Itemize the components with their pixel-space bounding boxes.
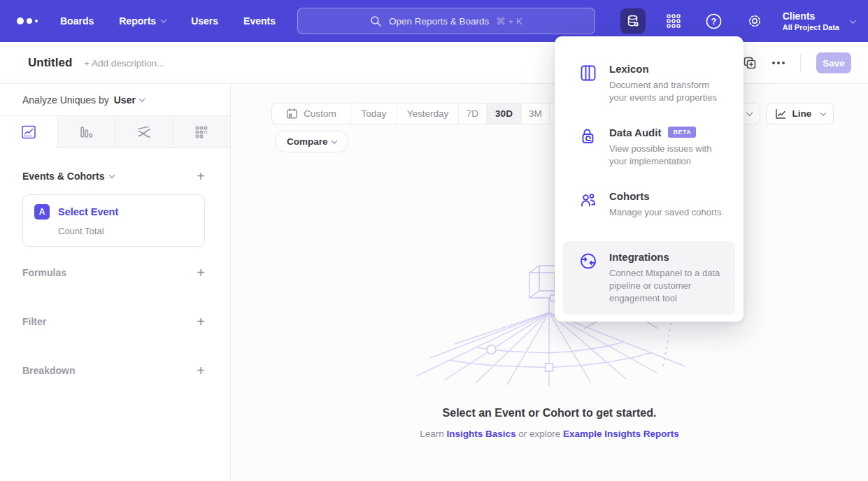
menu-item-title: Integrations [609, 251, 669, 263]
line-chart-icon [21, 124, 36, 140]
menu-item-integrations[interactable]: Integrations Connect Mixpanel to a data … [563, 241, 735, 315]
dots-grid-icon [194, 124, 209, 140]
query-builder-sidebar: Analyze Uniques by User [0, 84, 231, 481]
project-selector-label: Clients [783, 10, 839, 22]
date-range-30d[interactable]: 30D [486, 103, 521, 124]
analyze-uniques-label: Analyze Uniques by [22, 94, 109, 106]
report-title[interactable]: Untitled [28, 56, 72, 70]
report-canvas: Custom Today Yesterday 7D 30D 3M 6M Comp… [231, 84, 868, 481]
menu-item-lexicon[interactable]: Lexicon Document and transform your even… [563, 63, 735, 104]
menu-item-description: Connect Mixpanel to a data pipeline or c… [609, 267, 728, 305]
line-chart-icon [774, 108, 787, 120]
event-card[interactable]: A Select Event Count Total [22, 194, 205, 247]
search-input[interactable]: Open Reports & Boards ⌘ + K [297, 8, 595, 34]
compare-button[interactable]: Compare [275, 131, 348, 152]
calendar-icon [286, 108, 298, 120]
help-button[interactable]: ? [702, 8, 727, 34]
breakdown-section-label: Breakdown [22, 365, 75, 376]
analyze-by-dropdown[interactable]: User [114, 94, 144, 106]
learn-prefix: Learn [420, 429, 444, 439]
date-range-custom[interactable]: Custom [272, 103, 350, 124]
menu-item-title: Lexicon [609, 63, 649, 75]
gear-icon [746, 13, 763, 29]
integrations-icon [578, 252, 598, 271]
add-event-button[interactable]: + [197, 169, 205, 183]
lexicon-icon [578, 64, 598, 82]
chevron-down-icon [331, 138, 336, 143]
top-navigation-bar: Boards Reports Users Events Open Reports… [0, 0, 868, 42]
event-series-badge: A [34, 204, 50, 220]
nav-users[interactable]: Users [191, 15, 218, 27]
count-total-dropdown[interactable]: Count Total [58, 226, 193, 236]
menu-item-description: Document and transform your events and p… [609, 79, 728, 104]
nav-boards[interactable]: Boards [60, 15, 94, 27]
empty-state-subtitle: Learn Insights Basics or explore Example… [231, 429, 868, 439]
nav-events[interactable]: Events [243, 15, 276, 27]
date-range-yesterday[interactable]: Yesterday [397, 103, 458, 124]
duplicate-icon [743, 56, 757, 70]
flow-icon [136, 124, 152, 141]
header-divider [800, 54, 801, 72]
svg-text:?: ? [711, 16, 717, 27]
empty-state-title: Select an Event or Cohort to get started… [231, 407, 868, 419]
menu-item-title: Cohorts [609, 190, 650, 202]
settings-button[interactable] [742, 8, 767, 34]
cohorts-icon [578, 191, 598, 210]
help-icon: ? [705, 13, 723, 30]
add-breakdown-button[interactable]: + [197, 364, 205, 378]
bar-chart-icon [78, 124, 94, 140]
data-audit-icon [578, 127, 598, 146]
chevron-down-icon [820, 110, 826, 115]
grid-icon [664, 12, 683, 30]
save-button[interactable]: Save [816, 52, 851, 73]
tab-line-chart[interactable] [0, 116, 58, 148]
chevron-down-icon [109, 172, 115, 178]
project-selector[interactable]: Clients All Project Data [783, 10, 855, 31]
nav-reports[interactable]: Reports [119, 15, 166, 27]
mixpanel-logo[interactable] [17, 17, 49, 24]
search-placeholder: Open Reports & Boards [389, 16, 489, 27]
data-management-button[interactable] [620, 8, 646, 34]
tab-bar-chart[interactable] [58, 116, 116, 148]
example-reports-link[interactable]: Example Insights Reports [563, 429, 679, 439]
date-range-7d[interactable]: 7D [458, 103, 486, 124]
chevron-down-icon [850, 17, 857, 24]
date-range-today[interactable]: Today [350, 103, 397, 124]
search-shortcut: ⌘ + K [496, 15, 522, 27]
data-management-menu: Lexicon Document and transform your even… [555, 36, 744, 322]
menu-item-title: Data Audit [609, 127, 661, 138]
tab-grid-metrics[interactable] [173, 116, 231, 148]
chevron-down-icon [161, 17, 166, 22]
menu-item-description: Manage your saved cohorts [609, 206, 721, 219]
chevron-down-icon [139, 96, 145, 101]
chevron-down-icon [746, 109, 753, 116]
project-selector-sublabel: All Project Data [783, 23, 839, 31]
menu-item-data-audit[interactable]: Data Audit BETA View possible issues wit… [563, 127, 735, 168]
select-event-label[interactable]: Select Event [58, 206, 118, 217]
filter-section-label: Filter [22, 316, 46, 327]
insights-basics-link[interactable]: Insights Basics [446, 429, 515, 439]
chart-type-dropdown[interactable]: Line [766, 103, 834, 124]
date-range-3m[interactable]: 3M [521, 103, 549, 124]
database-gear-icon [625, 13, 641, 29]
apps-grid-button[interactable] [661, 8, 686, 34]
duplicate-button[interactable] [743, 56, 757, 70]
middle-text: or explore [518, 429, 560, 439]
chart-type-tabs [0, 116, 230, 148]
formulas-section-label: Formulas [22, 267, 66, 278]
events-cohorts-header[interactable]: Events & Cohorts [22, 171, 114, 182]
add-description-field[interactable]: + Add description... [84, 58, 164, 69]
more-options-button[interactable] [772, 62, 785, 64]
search-icon [370, 15, 382, 27]
menu-item-cohorts[interactable]: Cohorts Manage your saved cohorts [563, 190, 735, 219]
add-formula-button[interactable]: + [197, 266, 205, 280]
beta-badge: BETA [668, 127, 696, 138]
tab-flow-chart[interactable] [115, 116, 173, 148]
menu-item-description: View possible issues with your implement… [609, 143, 728, 168]
add-filter-button[interactable]: + [197, 315, 205, 329]
